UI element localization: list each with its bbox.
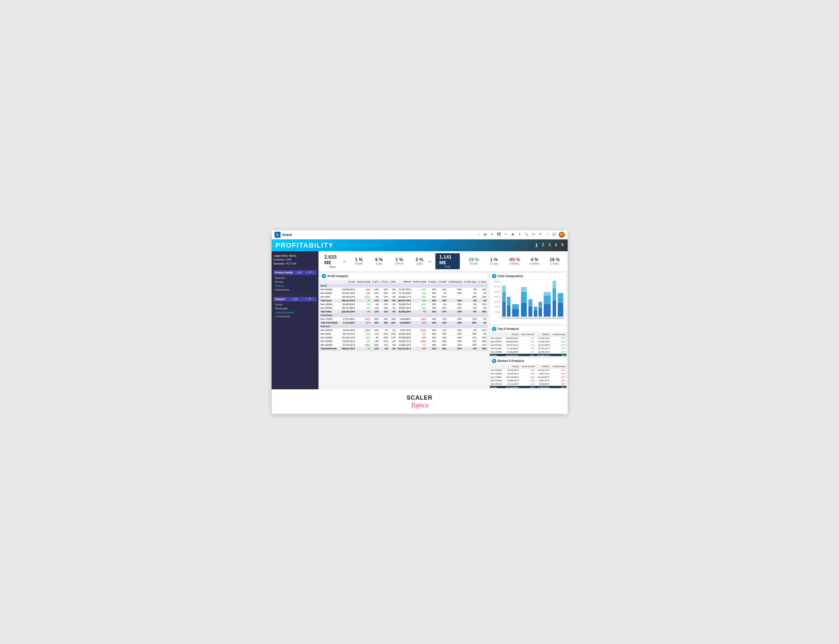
y-axis-150k: 150,000	[492, 301, 500, 303]
list-item: Item 812901	[490, 347, 504, 350]
bar-segment	[512, 309, 519, 317]
cost-composition-title: Cost Composition	[498, 274, 523, 278]
growth-label: Growth	[355, 262, 363, 265]
user-avatar[interactable]: FF	[559, 232, 565, 238]
delta-others-label: Δ Others	[530, 262, 539, 265]
bar-segment	[544, 292, 551, 296]
bottom5-title: Bottom 5 Products	[498, 359, 524, 363]
bar-segment	[521, 287, 527, 292]
table-row: Item 500000	[320, 306, 341, 310]
delta-mix-label: Δ Mix	[416, 262, 422, 265]
sidebar-item-writing[interactable]: Writing	[273, 284, 316, 288]
table-row: Total Other	[320, 310, 341, 313]
sidebar-item-knives[interactable]: Knives	[273, 280, 316, 284]
kpi-sales: 2.633 M€ Sales	[321, 253, 344, 269]
list-item: Item 251210	[490, 382, 504, 386]
sidebar: Legal Entity: Alpha Currency: CHF Scenar…	[271, 251, 319, 389]
left-panel: ⚙ Profit Analysis SALES Sales Growth	[319, 271, 489, 389]
currency-label: Currency: CHF	[273, 258, 316, 261]
expand-icon[interactable]: ⛶	[545, 232, 550, 237]
mail-icon[interactable]: ✉	[531, 232, 536, 237]
top5-header: ⚙ Top 5 Products	[490, 325, 566, 333]
page-5[interactable]: 5	[561, 242, 563, 248]
chart-bar-group: Fixed Blade	[511, 281, 520, 319]
home-icon[interactable]: ⌂	[476, 232, 481, 237]
col-dprice: Δ Price	[380, 280, 389, 284]
bar-segment	[502, 292, 506, 302]
bar-segment	[558, 293, 563, 303]
cost-composition-header: ⚙ Cost Composition	[490, 273, 566, 280]
delta-taxes-label: Δ Taxes	[550, 262, 559, 265]
bar-segment	[502, 286, 506, 292]
page-3[interactable]: 3	[548, 242, 551, 248]
y-axis-300k: 300,000	[492, 286, 500, 288]
delta-cogs-label: Δ Cogs	[490, 262, 498, 265]
page-title: PROFITABILITY	[276, 242, 334, 249]
list-item: Item 105456	[490, 350, 504, 354]
chart-bar-group: Sport	[502, 281, 506, 319]
table-row: Total Fixed Blade	[320, 321, 341, 324]
bar-segment	[528, 307, 532, 317]
top5-col-pg: Profit Growth	[551, 333, 566, 337]
layout-icon[interactable]: ▣	[510, 232, 515, 237]
bar-label: Pocket	[528, 317, 533, 319]
nav-icons: ⌂ ▦ ⧉ 💾 ↩ ▣ ⬆ 🔍 ✉ ⚙ ⛶ 💬 FF	[476, 232, 565, 238]
bar-segment	[528, 299, 532, 307]
chart-bar-group: Multi-tools	[520, 281, 528, 319]
page-2[interactable]: 2	[542, 242, 544, 248]
save-icon[interactable]: 💾	[497, 232, 502, 237]
chat-icon[interactable]: 💬	[552, 232, 557, 237]
undo-icon[interactable]: ↩	[503, 232, 508, 237]
bar-label: Analogue	[557, 317, 564, 319]
chart-bar-group: Other	[507, 281, 511, 319]
bar-segment	[521, 292, 527, 303]
col-dselling: Δ Selling Exp	[447, 280, 463, 284]
profit-analysis-table: SALES Sales Growth Δ QTY Δ Price Δ Mix P…	[320, 280, 487, 351]
copy-icon[interactable]: ⧉	[490, 232, 495, 237]
list-item: Item 830551	[490, 340, 504, 343]
page-1[interactable]: 1	[535, 242, 538, 248]
grid-icon[interactable]: ▦	[483, 232, 488, 237]
table-row: Total Sport	[320, 299, 341, 302]
table-row: Item 310008	[320, 328, 341, 332]
sales-value: 2.633 M€	[324, 254, 341, 266]
topics-text: Topics	[411, 401, 428, 409]
profit-analysis-title: Profit Analysis	[327, 274, 348, 278]
bar-segment	[507, 306, 510, 317]
col-pct-sales: % Sales	[427, 280, 437, 284]
share-icon[interactable]: ⬆	[517, 232, 522, 237]
bottom5-col-name	[490, 365, 504, 369]
col-dtaxes: Δ Taxes	[478, 280, 487, 284]
col-dmix: Δ Mix	[389, 280, 396, 284]
sidebar-item-watches[interactable]: Watches	[273, 276, 316, 280]
kpi-bar: 2.633 M€ Sales 1 % Growth 6 % Δ Qty 1 % …	[319, 251, 568, 271]
table-row: Item 310993	[320, 339, 341, 343]
top5-panel: ⚙ Top 5 Products SALES Sales Growth PROF…	[490, 325, 567, 356]
scaler-text: SCALER	[406, 394, 433, 401]
sidebar-item-ecommerce[interactable]: e-commerce	[273, 314, 316, 318]
sidebar-item-stores[interactable]: Stores	[273, 302, 316, 306]
search-icon[interactable]: 🔍	[524, 232, 529, 237]
bar-segment	[553, 288, 556, 301]
list-item: Item 415472	[490, 337, 504, 340]
page-4[interactable]: 4	[554, 242, 557, 248]
sidebar-item-large-accounts[interactable]: Large Accounts	[273, 310, 316, 314]
channel-header[interactable]: Channel (4/4) ↻ 🔍 ⋮	[273, 297, 316, 302]
y-axis-250k: 250,000	[492, 291, 500, 292]
table-row: Item 310003	[320, 343, 341, 347]
bar-segment	[502, 302, 506, 317]
sidebar-item-wholesale[interactable]: Wholesale	[273, 306, 316, 310]
scenario-label: Scenario: FCT 3+9	[273, 262, 316, 265]
table-row: Fixed Blade	[320, 313, 487, 317]
product-family-header[interactable]: Product Family (4/4) ↻ 🔍 ⋮	[273, 270, 316, 275]
bar-segment	[521, 303, 527, 317]
profit-label: Profit	[445, 266, 451, 268]
bar-segment	[558, 303, 563, 317]
bar-segment	[544, 304, 551, 317]
chart-bar-group: Basic	[538, 281, 542, 319]
sidebar-item-instruments[interactable]: Instruments	[273, 288, 316, 292]
charts-tables: ⚙ Profit Analysis SALES Sales Growth	[319, 271, 568, 389]
delta-taxes-pct: 16 %	[549, 257, 560, 262]
bottom5-icon: ⚙	[492, 359, 496, 363]
settings-icon[interactable]: ⚙	[538, 232, 543, 237]
